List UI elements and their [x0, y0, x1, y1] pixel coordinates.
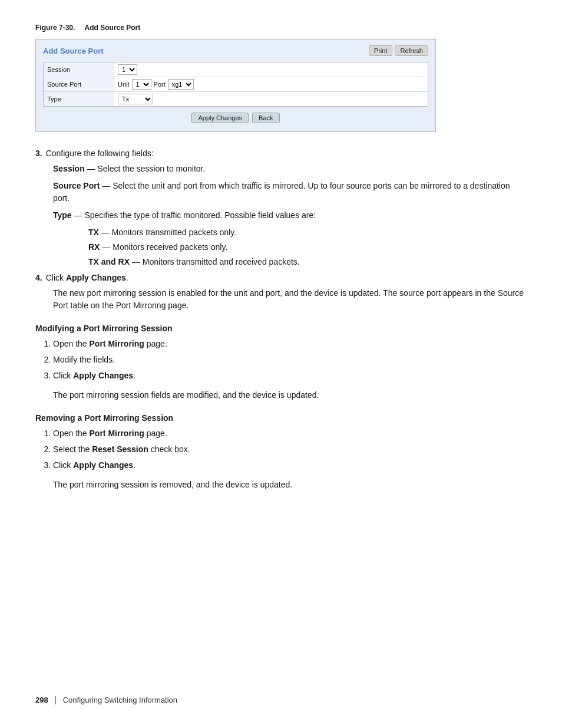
source-port-value: Unit 1 2 Port xg1 xg2 xg3	[114, 77, 197, 91]
tx-desc: Monitors transmitted packets only.	[112, 228, 236, 237]
session-em: —	[87, 164, 98, 173]
rem-step1-post: page.	[147, 429, 167, 438]
session-value: 1 2 3	[114, 62, 141, 77]
footer-text: Configuring Switching Information	[63, 696, 177, 704]
panel-header: Add Source Port Print Refresh	[43, 45, 428, 56]
figure-label-title: Add Source Port	[85, 24, 141, 32]
type-label: Type	[44, 92, 114, 106]
port-label-text: Port	[154, 81, 166, 88]
type-select[interactable]: Tx Rx TX and RX	[118, 94, 153, 104]
page-number: 298	[35, 696, 48, 704]
rx-item: RX — Monitors received packets only.	[88, 241, 527, 253]
step-4-intro: Click	[46, 273, 64, 282]
print-button[interactable]: Print	[369, 45, 393, 56]
rem-step3-period: .	[133, 460, 135, 470]
source-port-desc-text: Select the unit and port from which traf…	[53, 181, 510, 203]
removing-heading: Removing a Port Mirroring Session	[35, 413, 527, 423]
mod-step-3: Click Apply Changes.	[53, 370, 527, 382]
txrx-desc: Monitors transmitted and received packet…	[143, 257, 300, 266]
session-select[interactable]: 1 2 3	[118, 64, 137, 75]
tx-label: TX	[88, 228, 99, 237]
type-value: Tx Rx TX and RX	[114, 92, 157, 106]
step-4-desc: The new port mirroring session is enable…	[53, 287, 527, 312]
type-em: —	[74, 210, 85, 220]
rem-step3-desc: The port mirroring session is removed, a…	[53, 479, 527, 491]
source-port-em: —	[102, 181, 110, 190]
step-3-intro: Configure the following fields:	[46, 149, 154, 158]
type-desc-text: Specifies the type of traffic monitored.…	[84, 210, 316, 220]
page-footer: 298 Configuring Switching Information	[35, 696, 177, 704]
rem-step2-bold: Reset Session	[92, 444, 148, 454]
session-desc-text: Select the session to monitor.	[97, 164, 205, 173]
modifying-heading: Modifying a Port Mirroring Session	[35, 324, 527, 333]
session-desc-para: Session — Select the session to monitor.	[53, 163, 527, 175]
session-label: Session	[44, 62, 114, 77]
rx-desc: Monitors received packets only.	[113, 242, 227, 252]
mod-step3-period: .	[133, 371, 135, 380]
session-field-name: Session	[53, 164, 85, 173]
rem-step1-bold: Port Mirroring	[90, 429, 144, 438]
mod-step1-post: page.	[147, 339, 167, 348]
tx-item: TX — Monitors transmitted packets only.	[88, 226, 527, 239]
mod-step1-bold: Port Mirroring	[90, 339, 144, 348]
rem-step1-pre: Open the	[53, 429, 87, 438]
type-row: Type Tx Rx TX and RX	[44, 92, 428, 106]
form-table: Session 1 2 3 Source Port Unit 1 2 Port	[43, 62, 428, 107]
txrx-em: —	[132, 257, 143, 266]
figure-label: Figure 7-30. Add Source Port	[35, 24, 527, 32]
tx-em: —	[101, 228, 112, 237]
action-row: Apply Changes Back	[43, 113, 428, 123]
rem-step3-pre: Click	[53, 460, 71, 470]
step-3-number: 3.	[35, 149, 42, 158]
step-3: 3. Configure the following fields:	[35, 149, 527, 158]
source-port-label: Source Port	[44, 77, 114, 91]
type-desc-para: Type — Specifies the type of traffic mon…	[53, 209, 527, 222]
session-row: Session 1 2 3	[44, 62, 428, 77]
apply-changes-button[interactable]: Apply Changes	[191, 113, 249, 123]
source-port-desc-para: Source Port — Select the unit and port f…	[53, 180, 527, 205]
txrx-item: TX and RX — Monitors transmitted and rec…	[88, 256, 527, 268]
step-4-period: .	[126, 273, 128, 282]
removing-steps: Open the Port Mirroring page. Select the…	[53, 427, 527, 472]
source-port-field-name: Source Port	[53, 181, 100, 190]
source-port-row: Source Port Unit 1 2 Port xg1 xg2 xg3	[44, 77, 428, 92]
panel-buttons: Print Refresh	[369, 45, 428, 56]
rem-step3-bold: Apply Changes	[73, 460, 133, 470]
rx-label: RX	[88, 242, 100, 252]
mod-step1-pre: Open the	[53, 339, 87, 348]
unit-select[interactable]: 1 2	[132, 79, 151, 90]
back-button[interactable]: Back	[252, 113, 279, 123]
step-4-content: Click Apply Changes.	[46, 273, 527, 282]
figure-label-num: Figure 7-30.	[35, 24, 75, 32]
type-values-list: TX — Monitors transmitted packets only. …	[88, 226, 527, 268]
step-4-bold: Apply Changes	[66, 273, 126, 282]
step-4-number: 4.	[35, 273, 42, 282]
rem-step2-post: check box.	[151, 444, 190, 454]
mod-step3-bold: Apply Changes	[73, 371, 133, 380]
mod-step-2: Modify the fields.	[53, 354, 527, 366]
unit-label-text: Unit	[118, 81, 130, 88]
step-3-content: Configure the following fields:	[46, 149, 527, 158]
rem-step-3: Click Apply Changes.	[53, 459, 527, 472]
txrx-label: TX and RX	[88, 257, 130, 266]
mod-step3-desc: The port mirroring session fields are mo…	[53, 389, 527, 401]
rem-step2-pre: Select the	[53, 444, 90, 454]
mod-step-1: Open the Port Mirroring page.	[53, 338, 527, 350]
add-source-port-panel: Add Source Port Print Refresh Session 1 …	[35, 39, 436, 132]
rem-step-2: Select the Reset Session check box.	[53, 443, 527, 456]
mod-step3-pre: Click	[53, 371, 71, 380]
panel-title: Add Source Port	[43, 47, 104, 55]
refresh-button[interactable]: Refresh	[395, 45, 428, 56]
field-descriptions: Session — Select the session to monitor.…	[53, 163, 527, 268]
port-select[interactable]: xg1 xg2 xg3	[168, 79, 194, 90]
step-4: 4. Click Apply Changes.	[35, 273, 527, 282]
footer-divider	[55, 696, 56, 704]
rx-em: —	[102, 242, 113, 252]
modifying-steps: Open the Port Mirroring page. Modify the…	[53, 338, 527, 382]
rem-step-1: Open the Port Mirroring page.	[53, 427, 527, 440]
type-field-name: Type	[53, 210, 72, 220]
